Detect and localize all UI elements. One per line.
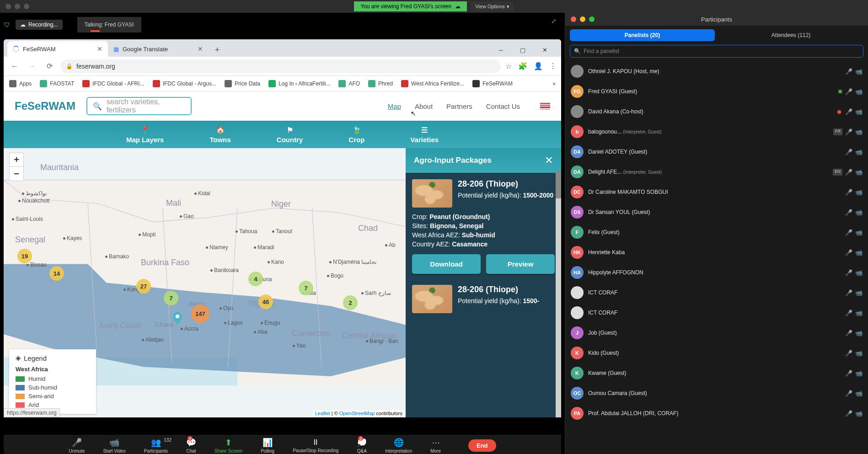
participant-row[interactable]: FFelix (Guest)🎤📹 — [565, 222, 868, 242]
nav-partners[interactable]: Partners — [446, 102, 472, 110]
share-screen-button[interactable]: ⬆Share Screen — [214, 438, 242, 454]
participant-row[interactable]: JJob (Guest)🎤📹 — [565, 323, 868, 343]
attendees-tab[interactable]: Attendees (112) — [718, 29, 863, 41]
map-cluster[interactable]: 14 — [49, 266, 64, 281]
preview-button[interactable]: Preview — [486, 254, 555, 274]
participant-row[interactable]: DADaniel ADOTEY (Guest)🎤📹 — [565, 142, 868, 162]
reload-button[interactable]: ⟳ — [43, 60, 56, 73]
start-video-button[interactable]: 📹Start Video — [103, 438, 125, 454]
zoom-out-button[interactable]: − — [10, 167, 23, 181]
bookmark-item[interactable]: West Africa Fertilize... — [401, 80, 464, 87]
participant-name: Delight AFE... (Interpreter, Guest) — [588, 169, 828, 175]
package-title: 28-206 (Thiope) — [458, 179, 555, 189]
unmute-button[interactable]: 🎤Unmute — [69, 438, 85, 454]
participant-row[interactable]: HKHenriette Kaba🎤📹 — [565, 242, 868, 262]
new-tab-button[interactable]: + — [210, 43, 224, 57]
star-icon[interactable]: ☆ — [505, 62, 512, 70]
more-button[interactable]: ⋯More — [430, 438, 441, 454]
bookmark-item[interactable]: IFDC Global - AFRI... — [82, 80, 144, 87]
participant-row[interactable]: bbalogounou... (Interpreter, Guest)FR🎤📹 — [565, 122, 868, 142]
map-cluster[interactable]: 19 — [17, 249, 32, 263]
map-cluster[interactable]: 7 — [164, 291, 178, 305]
map-pin-icon[interactable] — [173, 312, 182, 325]
participant-row[interactable]: KKwame (Guest)🎤📹 — [565, 363, 868, 383]
record-button[interactable]: ⏸Pause/Stop Recording — [293, 438, 338, 453]
interpretation-button[interactable]: 🌐Interpretation — [385, 438, 412, 454]
bookmark-item[interactable]: Phred — [368, 80, 393, 87]
map-cluster[interactable]: 2 — [343, 295, 358, 310]
participant-row[interactable]: Othniel J. KAPOU (Host, me)🎤📹 — [565, 61, 868, 81]
browser-tab[interactable]: ▦ Google Translate ✕ — [108, 41, 209, 57]
participant-row[interactable]: FGFred GYASI (Guest)▣🎤📹 — [565, 81, 868, 101]
participant-row[interactable]: DSDr Sansan YOUL (Guest)🎤📹 — [565, 202, 868, 222]
participants-button[interactable]: 👥132Participants — [144, 438, 168, 454]
city-label: Lagos — [228, 320, 243, 326]
participant-row[interactable]: HAHippolyte AFFOGNON🎤📹 — [565, 262, 868, 283]
city-label: Banikoara — [214, 267, 239, 273]
site-logo[interactable]: FeSeRWAM — [15, 100, 75, 112]
legend-item: Sub-humid — [16, 383, 90, 392]
bookmark-item[interactable]: FeSeRWAM — [472, 80, 513, 87]
participant-row[interactable]: DCDr Caroline MAKAMTO SOBGUI🎤📹 — [565, 182, 868, 202]
panelists-tab[interactable]: Panelists (20) — [570, 29, 715, 41]
map-legend: ◈Legend West Africa HumidSub-humidSemi-a… — [9, 349, 96, 414]
tool-crop[interactable]: 🍃Crop — [348, 126, 364, 144]
chat-button[interactable]: 💬4Chat — [186, 438, 196, 454]
camera-off-icon: 📹 — [855, 330, 863, 336]
close-panel-button[interactable]: ✕ — [545, 155, 553, 166]
more-bookmarks[interactable]: » — [552, 80, 556, 87]
participant-row[interactable]: DADelight AFE... (Interpreter, Guest)EN🎤… — [565, 162, 868, 182]
maximize-button[interactable]: ▢ — [514, 43, 532, 57]
map-cluster[interactable]: 46 — [258, 294, 273, 309]
bookmark-item[interactable]: Apps — [9, 80, 32, 87]
menu-icon[interactable]: ⋮ — [549, 62, 557, 70]
end-button[interactable]: End — [468, 439, 496, 452]
language-flag[interactable] — [540, 103, 550, 109]
participant-row[interactable]: OCOumou Camara (Guest)🎤📹 — [565, 383, 868, 403]
bookmark-item[interactable]: Price Data — [225, 80, 260, 87]
bookmark-item[interactable]: IFDC Global - Argus... — [153, 80, 216, 87]
tool-country[interactable]: ⚑Country — [277, 126, 303, 144]
extensions-icon[interactable]: 🧩 — [518, 62, 527, 70]
nav-about[interactable]: About — [415, 102, 433, 110]
back-button[interactable]: ← — [8, 60, 21, 73]
profile-icon[interactable]: 👤 — [534, 62, 543, 70]
nav-map[interactable]: Map — [388, 102, 401, 110]
map-cluster[interactable]: 7 — [299, 281, 313, 295]
recording-icon: ⏺ — [836, 108, 842, 115]
city-label: Gao — [183, 213, 194, 219]
tool-map-layers[interactable]: 📍Map Layers — [126, 126, 164, 144]
close-tab-icon[interactable]: ✕ — [97, 45, 102, 53]
participant-row[interactable]: ICT CORAF🎤📹 — [565, 303, 868, 323]
tool-towns[interactable]: 🏠Towns — [209, 126, 230, 144]
download-button[interactable]: Download — [412, 254, 481, 274]
map-canvas[interactable]: + − MauritaniaMaliNigerChadSenegalBurkin… — [4, 148, 406, 417]
address-bar[interactable]: 🔒 feserwam.org — [60, 59, 501, 73]
participant-row[interactable]: KKido (Guest)🎤📹 — [565, 343, 868, 363]
bookmark-item[interactable]: FAOSTAT — [40, 80, 74, 87]
close-tab-icon[interactable]: ✕ — [198, 45, 203, 53]
participant-row[interactable]: ICT CORAF🎤📹 — [565, 283, 868, 303]
tool-varieties[interactable]: ☰Varieties — [410, 126, 439, 144]
avatar: FG — [571, 85, 584, 98]
map-cluster[interactable]: 4 — [248, 272, 263, 286]
loading-spinner-icon — [13, 46, 19, 52]
qa-button[interactable]: 💭2Q&A — [357, 438, 367, 454]
nav-contact[interactable]: Contact Us — [486, 102, 520, 110]
polling-button[interactable]: 📊Polling — [261, 438, 274, 454]
minimize-button[interactable]: ─ — [492, 43, 510, 57]
participant-row[interactable]: PAProf. Abdulai JALLOH (DRI, CORAF)🎤📹 — [565, 403, 868, 423]
forward-button[interactable]: → — [26, 60, 38, 73]
map-cluster[interactable]: 147 — [191, 304, 209, 323]
close-window-button[interactable]: ✕ — [536, 43, 554, 57]
bookmark-item[interactable]: Log In ‹ AfricaFertili... — [268, 80, 330, 87]
participant-row[interactable]: David Akana (Co-host)⏺🎤📹 — [565, 101, 868, 122]
scrollbar[interactable] — [556, 171, 561, 417]
search-input[interactable]: 🔍 search varieties, fertilizers — [86, 97, 192, 115]
map-cluster[interactable]: 27 — [136, 279, 151, 294]
zoom-in-button[interactable]: + — [10, 153, 23, 167]
browser-tab[interactable]: FeSeRWAM ✕ — [7, 41, 108, 57]
bookmark-item[interactable]: AFO — [338, 80, 360, 87]
find-panelist-input[interactable]: 🔍Find a panelist — [570, 45, 863, 58]
avatar: DS — [571, 206, 584, 219]
